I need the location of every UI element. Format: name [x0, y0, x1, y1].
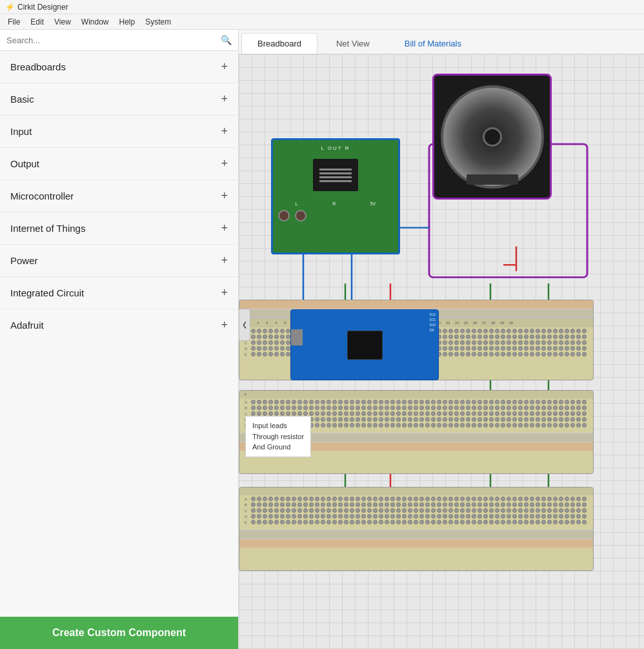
bb-hole	[327, 508, 331, 513]
expand-icon-breadboards: +	[221, 60, 228, 74]
bb-hole	[582, 514, 587, 519]
sidebar-collapse-toggle[interactable]: ❮	[239, 309, 250, 341]
bb-hole	[268, 411, 273, 416]
arduino-nano[interactable]: D12D11D10D9	[290, 309, 439, 380]
bb-hole	[257, 335, 261, 339]
bb-hole	[553, 417, 558, 422]
bb-hole	[367, 502, 372, 507]
menu-help[interactable]: Help	[114, 16, 141, 28]
bb-hole	[454, 400, 459, 404]
bb-hole	[489, 406, 494, 410]
speaker-component[interactable]	[432, 74, 552, 200]
category-output[interactable]: Output +	[0, 148, 238, 180]
bb-hole	[553, 406, 558, 410]
bb-hole	[390, 417, 395, 422]
bb-hole	[309, 520, 314, 524]
bb-hole	[443, 335, 447, 339]
bb-hole	[274, 346, 279, 351]
tab-breadboard[interactable]: Breadboard	[241, 33, 317, 54]
bb-hole	[286, 329, 290, 333]
bb-hole	[367, 417, 372, 422]
bb-hole	[431, 497, 436, 501]
bb-hole	[547, 411, 552, 416]
bb-hole	[350, 423, 354, 428]
category-power[interactable]: Power +	[0, 245, 238, 277]
bb-hole	[582, 346, 587, 351]
bb-hole	[274, 400, 279, 404]
bb-hole	[582, 502, 587, 507]
bb-hole	[524, 335, 528, 339]
bb-hole	[419, 400, 424, 404]
category-basic[interactable]: Basic +	[0, 83, 238, 116]
expand-icon-iot: +	[221, 221, 228, 235]
bb-hole	[501, 417, 505, 422]
bb-hole	[489, 502, 494, 507]
category-ic[interactable]: Integrated Circuit +	[0, 277, 238, 309]
bb-hole	[448, 423, 453, 428]
bb-hole	[344, 502, 348, 507]
bb-hole	[268, 497, 273, 501]
category-input[interactable]: Input +	[0, 116, 238, 148]
bb-hole	[321, 411, 325, 416]
search-input[interactable]	[6, 36, 221, 45]
bb-hole	[321, 502, 325, 507]
bb-hole	[268, 340, 273, 345]
category-adafruit[interactable]: Adafruit +	[0, 309, 238, 334]
bb-hole	[280, 508, 285, 513]
bb-hole	[518, 514, 523, 519]
create-custom-component-button[interactable]: Create Custom Component	[0, 617, 238, 649]
tab-net-view[interactable]: Net View	[320, 33, 386, 54]
expand-icon-ic: +	[221, 286, 228, 300]
bb-hole	[501, 411, 505, 416]
bb-row-label: E	[245, 520, 250, 524]
bb-hole	[263, 346, 267, 351]
bb-hole	[489, 346, 494, 351]
menu-view[interactable]: View	[49, 16, 76, 28]
bb-hole	[576, 406, 581, 410]
bb-hole	[489, 520, 494, 524]
bb-hole	[547, 406, 552, 410]
bb-hole	[518, 417, 523, 422]
bb-hole	[478, 352, 482, 356]
bb-hole	[356, 417, 360, 422]
bb-hole	[466, 411, 470, 416]
bb-hole	[454, 514, 459, 519]
category-iot[interactable]: Internet of Things +	[0, 212, 238, 245]
bb-hole	[559, 411, 563, 416]
bb-hole	[274, 340, 279, 345]
menu-edit[interactable]: Edit	[25, 16, 49, 28]
bb-hole	[501, 400, 505, 404]
bb-hole	[356, 497, 360, 501]
bb-hole	[297, 502, 302, 507]
menu-system[interactable]: System	[140, 16, 176, 28]
bb-hole	[332, 400, 337, 404]
bb-hole	[425, 508, 430, 513]
bb-hole	[274, 352, 279, 356]
bb-hole	[448, 417, 453, 422]
bb-hole	[292, 411, 296, 416]
search-icon[interactable]: 🔍	[221, 35, 232, 45]
bb-hole	[547, 400, 552, 404]
bb-hole-row: E	[245, 520, 588, 524]
bb-hole	[344, 417, 348, 422]
bb-hole	[559, 508, 563, 513]
breadboard-canvas[interactable]: L OUT R L R 5V	[239, 54, 644, 649]
bb-lower-red-rail	[239, 539, 593, 548]
menu-file[interactable]: File	[3, 16, 25, 28]
bb-hole	[570, 406, 575, 410]
bb-hole	[402, 497, 407, 501]
tab-bill-of-materials[interactable]: Bill of Materials	[388, 33, 478, 54]
category-microcontroller[interactable]: Microcontroller +	[0, 180, 238, 212]
bb-hole	[309, 411, 314, 416]
amplifier-board[interactable]: L OUT R L R 5V	[271, 138, 400, 254]
bb-hole	[425, 406, 430, 410]
bb-hole	[396, 514, 401, 519]
bb-hole	[396, 423, 401, 428]
menu-window[interactable]: Window	[76, 16, 114, 28]
bb-hole	[559, 497, 563, 501]
bb-hole	[483, 520, 488, 524]
bb-hole	[361, 508, 366, 513]
bb-hole	[274, 329, 279, 333]
category-breadboards[interactable]: Breadboards +	[0, 51, 238, 83]
chip-pins	[319, 169, 352, 182]
